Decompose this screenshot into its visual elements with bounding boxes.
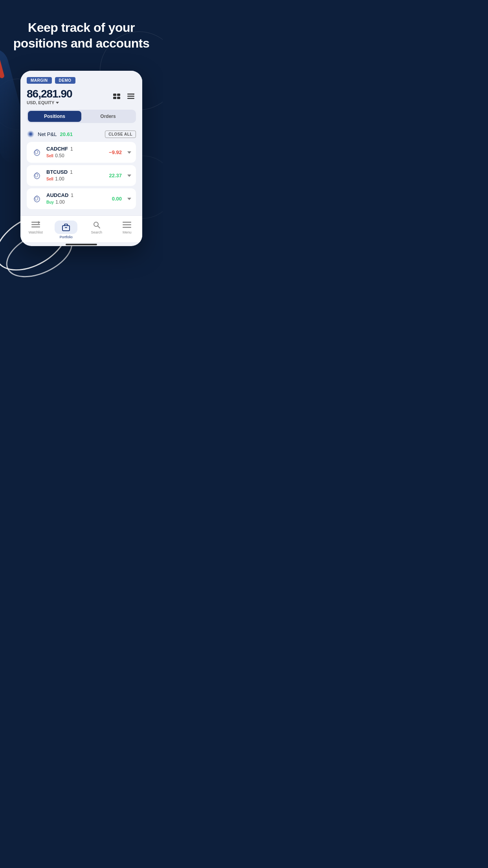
cadchf-amount: −9.92 bbox=[109, 149, 122, 155]
svg-rect-17 bbox=[65, 227, 67, 228]
svg-rect-20 bbox=[123, 222, 131, 223]
home-indicator bbox=[66, 244, 97, 245]
svg-rect-14 bbox=[31, 226, 40, 228]
svg-rect-16 bbox=[62, 226, 70, 231]
svg-rect-6 bbox=[127, 98, 134, 99]
balance-currency[interactable]: USD, EQUITY bbox=[27, 100, 72, 105]
positions-list: CADCHF 1 Sell 0.50 −9.92 bbox=[27, 142, 136, 215]
hero-title: Keep track of your positions and account… bbox=[12, 20, 151, 51]
portfolio-label: Portfolio bbox=[60, 235, 73, 239]
audcad-amount: 0.00 bbox=[112, 196, 122, 202]
watchlist-label: Watchlist bbox=[29, 230, 43, 234]
svg-rect-1 bbox=[117, 94, 120, 96]
badge-demo: DEMO bbox=[55, 77, 75, 84]
hero-section: Keep track of your positions and account… bbox=[0, 20, 163, 51]
cadchf-side-amt: 0.50 bbox=[55, 153, 64, 158]
nav-item-portfolio[interactable]: Portfolio bbox=[51, 219, 82, 241]
balance-icons bbox=[112, 91, 136, 101]
cadchf-qty: 1 bbox=[70, 146, 73, 152]
btcusd-amount: 22.37 bbox=[109, 173, 122, 178]
btcusd-qty: 1 bbox=[70, 169, 73, 175]
pnl-left: Net P&L 20.61 bbox=[27, 130, 73, 138]
balance-row: 86,281.90 USD, EQUITY bbox=[27, 88, 136, 105]
bottom-nav: Watchlist Portfolio bbox=[20, 215, 142, 242]
balance-left: 86,281.90 USD, EQUITY bbox=[27, 88, 72, 105]
audcad-side-label: Buy bbox=[46, 200, 54, 204]
position-row[interactable]: AUDCAD 1 Buy 1.00 0.00 bbox=[27, 188, 136, 209]
btcusd-side-amt: 1.00 bbox=[55, 176, 64, 182]
btcusd-side: Sell 1.00 bbox=[46, 175, 105, 182]
badge-margin: MARGIN bbox=[27, 77, 52, 84]
audcad-name-row: AUDCAD 1 bbox=[46, 192, 108, 198]
tabs-bar: Positions Orders bbox=[27, 110, 136, 123]
cadchf-icon bbox=[31, 147, 42, 158]
btcusd-side-label: Sell bbox=[46, 177, 53, 181]
watchlist-icon bbox=[31, 221, 40, 229]
audcad-expand-icon[interactable] bbox=[127, 198, 131, 200]
balance-amount: 86,281.90 bbox=[27, 88, 72, 100]
nav-item-search[interactable]: Search bbox=[81, 219, 112, 241]
portfolio-icon bbox=[62, 223, 70, 232]
audcad-icon bbox=[31, 193, 42, 204]
cadchf-info: CADCHF 1 Sell 0.50 bbox=[46, 146, 105, 159]
layout-icon[interactable] bbox=[112, 91, 122, 101]
svg-rect-22 bbox=[123, 227, 131, 228]
audcad-symbol: AUDCAD bbox=[46, 192, 68, 198]
phone-card: MARGIN DEMO 86,281.90 USD, EQUITY bbox=[20, 71, 142, 246]
pnl-label: Net P&L bbox=[38, 131, 57, 137]
audcad-info: AUDCAD 1 Buy 1.00 bbox=[46, 192, 108, 205]
card-inner: MARGIN DEMO 86,281.90 USD, EQUITY bbox=[20, 71, 142, 215]
position-row[interactable]: BTCUSD 1 Sell 1.00 22.37 bbox=[27, 165, 136, 186]
btcusd-expand-icon[interactable] bbox=[127, 175, 131, 177]
pnl-row: Net P&L 20.61 CLOSE ALL bbox=[27, 128, 136, 142]
close-all-button[interactable]: CLOSE ALL bbox=[105, 131, 136, 138]
pnl-icon bbox=[27, 130, 35, 138]
svg-line-19 bbox=[97, 226, 100, 228]
svg-rect-5 bbox=[127, 96, 134, 97]
cadchf-name-row: CADCHF 1 bbox=[46, 146, 105, 152]
nav-item-watchlist[interactable]: Watchlist bbox=[20, 219, 51, 241]
tab-positions[interactable]: Positions bbox=[28, 111, 81, 122]
btcusd-icon bbox=[31, 170, 42, 181]
btcusd-info: BTCUSD 1 Sell 1.00 bbox=[46, 169, 105, 182]
svg-rect-0 bbox=[113, 94, 116, 96]
menu-icon bbox=[123, 221, 131, 229]
list-icon[interactable] bbox=[126, 91, 136, 101]
svg-marker-15 bbox=[38, 221, 40, 224]
badges-row: MARGIN DEMO bbox=[27, 77, 136, 84]
cadchf-expand-icon[interactable] bbox=[127, 151, 131, 154]
search-label: Search bbox=[91, 230, 102, 234]
svg-point-11 bbox=[29, 133, 32, 135]
audcad-side: Buy 1.00 bbox=[46, 198, 108, 205]
audcad-side-amt: 1.00 bbox=[55, 199, 64, 205]
search-icon bbox=[92, 221, 101, 229]
svg-rect-7 bbox=[133, 94, 134, 95]
nav-item-menu[interactable]: Menu bbox=[112, 219, 143, 241]
svg-rect-13 bbox=[31, 224, 40, 225]
currency-chevron-icon bbox=[56, 102, 59, 104]
cadchf-side: Sell 0.50 bbox=[46, 152, 105, 159]
svg-rect-3 bbox=[117, 97, 120, 99]
position-row[interactable]: CADCHF 1 Sell 0.50 −9.92 bbox=[27, 142, 136, 163]
svg-rect-21 bbox=[123, 224, 131, 226]
cadchf-side-label: Sell bbox=[46, 154, 53, 158]
svg-rect-2 bbox=[113, 97, 116, 99]
pnl-value: 20.61 bbox=[60, 131, 73, 137]
cadchf-symbol: CADCHF bbox=[46, 146, 68, 152]
portfolio-active-bg bbox=[55, 221, 77, 234]
tab-orders[interactable]: Orders bbox=[81, 111, 135, 122]
btcusd-name-row: BTCUSD 1 bbox=[46, 169, 105, 175]
menu-label: Menu bbox=[123, 230, 132, 234]
audcad-qty: 1 bbox=[71, 193, 73, 198]
btcusd-symbol: BTCUSD bbox=[46, 169, 68, 175]
